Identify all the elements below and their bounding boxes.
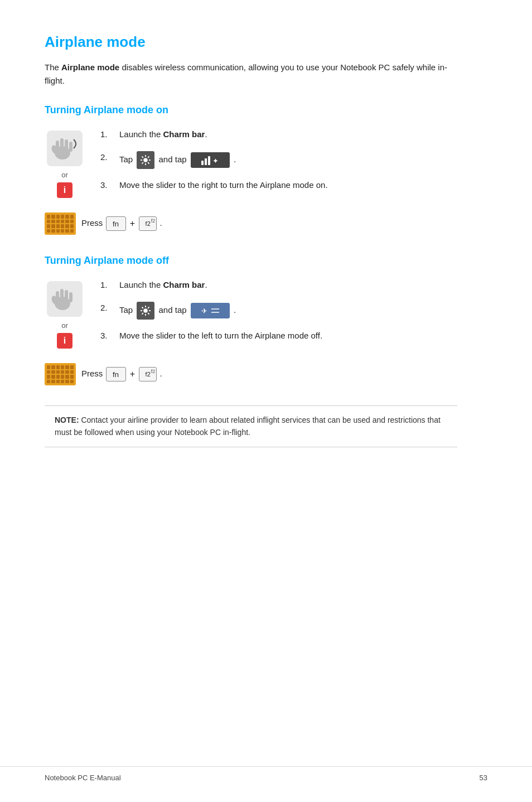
page-footer: Notebook PC E-Manual 53 bbox=[0, 766, 532, 782]
step-num-off-1: 1. bbox=[100, 279, 116, 292]
press-row-off: Press fn + f2 f2 . bbox=[45, 363, 457, 385]
svg-rect-18 bbox=[208, 156, 210, 165]
svg-line-13 bbox=[148, 162, 149, 163]
section-on-title: Turning Airplane mode on bbox=[45, 104, 457, 116]
svg-rect-16 bbox=[201, 161, 204, 165]
press-row-on: Press fn + f2 f2 . bbox=[45, 212, 457, 235]
airplane-mode-bold: Airplane mode bbox=[61, 62, 119, 72]
footer-right: 53 bbox=[480, 774, 487, 782]
step-on-1: 1. Launch the Charm bar. bbox=[100, 128, 457, 141]
icon-col-on: or i bbox=[45, 128, 85, 198]
steps-area-on: or i 1. Launch the Charm bar. 2. Tap bbox=[45, 128, 457, 201]
or-label-off: or bbox=[61, 321, 68, 330]
f2-key-text-off: f2 bbox=[146, 371, 151, 378]
touch-icon-letter: i bbox=[64, 185, 66, 195]
steps-list-off: 1. Launch the Charm bar. 2. Tap bbox=[100, 279, 457, 352]
and-tap-on: and tap bbox=[159, 154, 189, 163]
note-text: Contact your airline provider to learn a… bbox=[55, 416, 441, 437]
step-content-on-3: Move the slider to the right to turn the… bbox=[119, 179, 457, 192]
f2-superscript-off: f2 bbox=[151, 369, 156, 374]
footer-left: Notebook PC E-Manual bbox=[45, 774, 121, 782]
and-tap-off: and tap bbox=[159, 305, 189, 314]
touch-icon-off: i bbox=[57, 333, 72, 349]
f2-key-text-on: f2 bbox=[146, 220, 151, 227]
step-num-on-3: 3. bbox=[100, 179, 116, 192]
press-text-off: Press fn + f2 f2 . bbox=[81, 367, 162, 381]
step-content-off-1: Launch the Charm bar. bbox=[119, 279, 457, 292]
svg-line-15 bbox=[142, 162, 143, 163]
gesture-icon-off bbox=[45, 279, 85, 319]
step-content-on-1: Launch the Charm bar. bbox=[119, 128, 457, 141]
svg-line-34 bbox=[148, 307, 149, 308]
step-num-on-2: 2. bbox=[100, 151, 116, 164]
svg-rect-24 bbox=[65, 290, 68, 302]
f2-key-on: f2 f2 bbox=[139, 216, 157, 231]
step-on-3: 3. Move the slider to the right to turn … bbox=[100, 179, 457, 192]
section-off: Turning Airplane mode off or bbox=[45, 255, 457, 385]
svg-rect-3 bbox=[60, 138, 64, 152]
step-num-on-1: 1. bbox=[100, 128, 116, 141]
steps-list-on: 1. Launch the Charm bar. 2. Tap bbox=[100, 128, 457, 201]
fn-key-off: fn bbox=[106, 367, 126, 381]
svg-line-12 bbox=[142, 156, 143, 157]
step-content-off-3: Move the slider to the left to turn the … bbox=[119, 330, 457, 342]
charm-bar-bold-off: Charm bar bbox=[163, 280, 205, 289]
note-box: NOTE: Contact your airline provider to l… bbox=[45, 405, 457, 447]
svg-rect-23 bbox=[60, 289, 64, 302]
press-dot-off: . bbox=[159, 369, 162, 378]
svg-rect-25 bbox=[69, 292, 72, 302]
page-content: Airplane mode The Airplane mode disables… bbox=[0, 0, 502, 497]
step-off-3: 3. Move the slider to the left to turn t… bbox=[100, 330, 457, 342]
press-label-on: Press bbox=[81, 218, 103, 228]
charm-bar-bold-on: Charm bar bbox=[163, 129, 205, 139]
press-dot-on: . bbox=[159, 218, 162, 228]
touch-icon-letter-off: i bbox=[64, 336, 66, 346]
step-off-1: 1. Launch the Charm bar. bbox=[100, 279, 457, 292]
plus-sign-on: + bbox=[130, 219, 135, 228]
svg-line-14 bbox=[148, 156, 149, 157]
svg-rect-5 bbox=[69, 142, 72, 152]
airplane-badge-svg-off: ✈ bbox=[199, 305, 221, 317]
gear-svg-on bbox=[139, 154, 152, 166]
or-label-on: or bbox=[61, 171, 68, 179]
svg-line-32 bbox=[142, 307, 143, 308]
press-text-on: Press fn + f2 f2 . bbox=[81, 216, 162, 231]
svg-point-27 bbox=[144, 308, 148, 312]
note-label: NOTE: bbox=[55, 416, 79, 424]
keyboard-icon-off bbox=[45, 363, 76, 385]
icon-col-off: or i bbox=[45, 279, 85, 349]
touch-icon-on: i bbox=[57, 182, 72, 198]
press-label-off: Press bbox=[81, 369, 103, 378]
step-content-on-2: Tap bbox=[119, 151, 457, 169]
main-title: Airplane mode bbox=[45, 33, 457, 51]
svg-text:✦: ✦ bbox=[212, 157, 219, 165]
svg-text:✈: ✈ bbox=[201, 307, 207, 315]
svg-line-33 bbox=[148, 313, 149, 314]
steps-area-off: or i 1. Launch the Charm bar. 2. Tap bbox=[45, 279, 457, 352]
keyboard-icon-on bbox=[45, 212, 76, 235]
step-num-off-2: 2. bbox=[100, 302, 116, 315]
step-off-2: 2. Tap bbox=[100, 302, 457, 320]
section-on: Turning Airplane mode on bbox=[45, 104, 457, 235]
f2-superscript-on: f2 bbox=[151, 218, 156, 224]
svg-point-7 bbox=[144, 158, 148, 162]
svg-rect-17 bbox=[205, 158, 207, 165]
svg-line-35 bbox=[142, 313, 143, 314]
network-badge-on: ✦ bbox=[191, 152, 230, 168]
svg-rect-4 bbox=[65, 139, 68, 152]
step-content-off-2: Tap bbox=[119, 302, 457, 320]
plus-sign-off: + bbox=[130, 369, 135, 379]
f2-key-off: f2 f2 bbox=[139, 367, 157, 381]
dot-off-2: . bbox=[234, 305, 236, 314]
settings-icon-off bbox=[137, 302, 154, 320]
dot-on-2: . bbox=[234, 154, 236, 163]
fn-key-on: fn bbox=[106, 216, 126, 231]
wireless-badge-svg-on: ✦ bbox=[200, 154, 220, 166]
step-on-2: 2. Tap bbox=[100, 151, 457, 169]
settings-icon-on bbox=[137, 151, 154, 169]
gesture-icon-on bbox=[45, 128, 85, 168]
step-num-off-3: 3. bbox=[100, 330, 116, 342]
intro-paragraph: The Airplane mode disables wireless comm… bbox=[45, 61, 457, 88]
section-off-title: Turning Airplane mode off bbox=[45, 255, 457, 267]
gear-svg-off bbox=[139, 305, 152, 317]
